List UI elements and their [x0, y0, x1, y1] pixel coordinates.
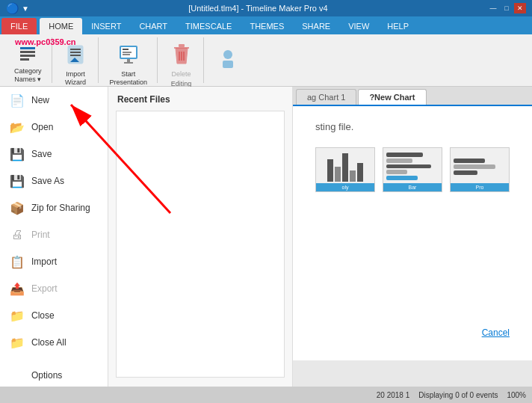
import-icon: 📋 [9, 254, 25, 269]
thumb-bar-area-2 [383, 150, 442, 183]
content-body: sting file. oly [293, 106, 532, 360]
extra-button[interactable] [213, 43, 243, 81]
ribbon-group-extra [205, 37, 250, 83]
open-icon: 📂 [9, 120, 25, 135]
title-bar-app-icons: 🔵 ▼ [6, 2, 29, 14]
h-bar2 [386, 159, 412, 163]
save-icon: 💾 [9, 147, 25, 161]
menu-item-print: 🖨 Print [0, 221, 108, 248]
export-icon: 📤 [9, 281, 25, 296]
h-bar3-3 [454, 170, 477, 175]
menu-label-zip: Zip for Sharing [31, 203, 90, 213]
h-bar4 [386, 170, 407, 174]
tab-share[interactable]: SHARE [293, 18, 339, 34]
delete-icon [171, 43, 192, 69]
menu-label-import: Import [31, 256, 57, 267]
main-area: 📄 New 📂 Open 💾 Save 💾 Save As 📦 Zip for … [0, 87, 532, 387]
svg-rect-11 [123, 49, 129, 50]
category-names-icon [17, 43, 38, 66]
import-wizard-icon [64, 43, 87, 69]
bar3 [342, 153, 348, 182]
bar5 [357, 163, 363, 182]
category-names-button[interactable]: CategoryNames ▾ [10, 40, 46, 86]
menu-item-close-all[interactable]: 📁 Close All [0, 329, 108, 356]
h-bar3-2 [454, 164, 495, 169]
svg-rect-7 [70, 55, 81, 56]
tab-timescale[interactable]: TIMESCALE [176, 18, 241, 34]
menu-label-export: Export [31, 283, 58, 294]
tab-diag-chart-1[interactable]: ag Chart 1 [296, 89, 356, 105]
thumb-bar-area-3 [451, 150, 509, 183]
svg-point-21 [223, 50, 232, 59]
menu-label-save-as: Save As [31, 176, 64, 186]
status-events: Displaying 0 of 0 events [418, 391, 498, 399]
tab-view[interactable]: VIEW [339, 18, 378, 34]
menu-item-save[interactable]: 💾 Save [0, 141, 108, 167]
close-button[interactable]: ✕ [514, 3, 526, 13]
menu-item-close[interactable]: 📁 Close [0, 302, 108, 329]
svg-rect-22 [223, 61, 233, 68]
menu-label-options: Options [31, 370, 62, 381]
menu-item-options[interactable]: Options [0, 362, 108, 387]
cancel-button[interactable]: Cancel [482, 327, 510, 338]
save-as-icon: 💾 [9, 173, 25, 188]
thumb-label-3: Pro [451, 183, 509, 191]
options-icon [9, 368, 25, 383]
menu-label-new: New [31, 95, 49, 105]
menu-label-close-all: Close All [31, 337, 66, 348]
template-thumb-bar-horizontal[interactable]: Bar [383, 147, 442, 192]
menu-item-import[interactable]: 📋 Import [0, 248, 108, 275]
title-bar: 🔵 ▼ [Untitled.tlm4] - Timeline Maker Pro… [0, 0, 532, 16]
title-bar-prefix: ▼ [22, 4, 29, 13]
tab-home[interactable]: HOME [40, 18, 82, 34]
left-menu: 📄 New 📂 Open 💾 Save 💾 Save As 📦 Zip for … [0, 87, 108, 387]
h-bar1 [386, 153, 423, 157]
minimize-button[interactable]: — [487, 3, 499, 13]
ribbon-group-data: CategoryNames ▾ Data [4, 37, 52, 83]
category-names-label: CategoryNames ▾ [14, 67, 42, 84]
menu-item-zip[interactable]: 📦 Zip for Sharing [0, 194, 108, 221]
import-wizard-button[interactable]: ImportWizard [61, 40, 90, 89]
svg-rect-1 [20, 51, 35, 53]
thumb-label-2: Bar [383, 183, 442, 191]
menu-item-new[interactable]: 📄 New [0, 87, 108, 114]
bar1 [327, 159, 333, 182]
bar2 [335, 167, 341, 182]
menu-label-print: Print [31, 230, 50, 240]
tab-help[interactable]: HELP [378, 18, 418, 34]
thumb-label-1: oly [316, 183, 374, 191]
maximize-button[interactable]: □ [501, 3, 513, 13]
template-thumb-bar-vertical[interactable]: oly [315, 147, 375, 192]
tab-file[interactable]: FILE [1, 18, 37, 34]
menu-item-open[interactable]: 📂 Open [0, 114, 108, 141]
new-icon: 📄 [9, 93, 25, 108]
menu-item-save-as[interactable]: 💾 Save As [0, 167, 108, 194]
import-wizard-label: ImportWizard [65, 70, 86, 87]
bar4 [350, 170, 356, 182]
menu-label-close: Close [31, 310, 55, 321]
thumb-bar-area-1 [316, 150, 374, 183]
tab-insert[interactable]: INSERT [82, 18, 130, 34]
svg-rect-0 [20, 47, 35, 49]
tab-themes[interactable]: THEMES [241, 18, 293, 34]
content-message: sting file. [315, 121, 510, 132]
svg-rect-5 [70, 49, 81, 50]
zip-icon: 📦 [9, 200, 25, 215]
h-bar5 [386, 176, 418, 180]
svg-rect-12 [123, 52, 132, 53]
tab-new-chart[interactable]: ?New Chart [358, 89, 426, 105]
ribbon-group-editing: Delete Editing [159, 37, 204, 83]
h-bar3 [386, 164, 431, 169]
cancel-area: Cancel [482, 327, 510, 338]
start-presentation-button[interactable]: StartPresentation [106, 40, 152, 89]
extra-icon [217, 49, 239, 73]
ribbon-toolbar: CategoryNames ▾ Data [0, 34, 532, 87]
recent-files-panel: Recent Files [108, 87, 293, 387]
status-bar: 20 2018 1 Displaying 0 of 0 events 100% [0, 387, 532, 403]
template-thumb-3[interactable]: Pro [450, 147, 510, 192]
recent-files-title: Recent Files [116, 94, 285, 105]
delete-button[interactable]: Delete [167, 40, 197, 80]
close-all-icon: 📁 [9, 335, 25, 350]
svg-rect-16 [179, 44, 185, 47]
tab-chart[interactable]: CHART [130, 18, 176, 34]
